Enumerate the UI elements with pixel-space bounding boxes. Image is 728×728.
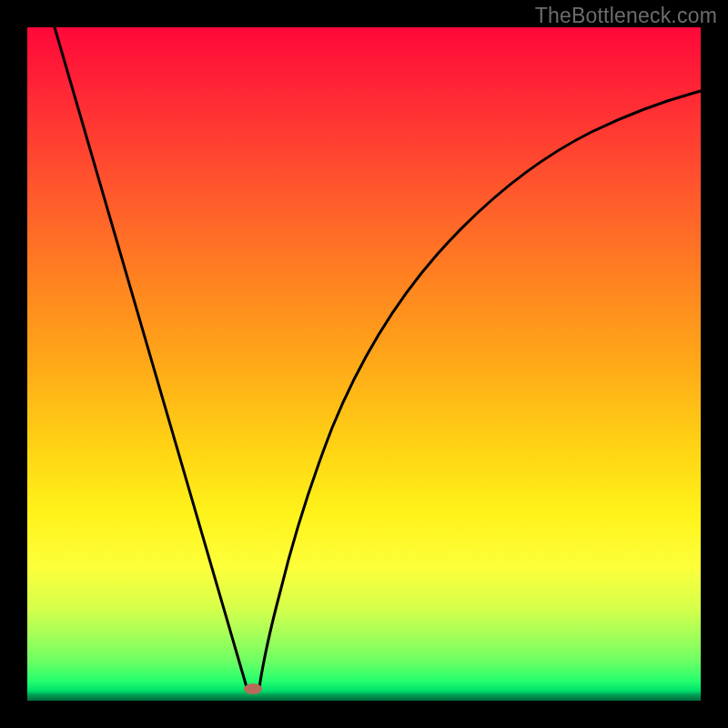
curve-right-branch <box>259 91 701 687</box>
watermark-text: TheBottleneck.com <box>535 4 717 28</box>
minimum-marker <box>244 683 262 694</box>
plot-area <box>27 27 701 701</box>
chart-frame: TheBottleneck.com <box>0 0 728 728</box>
curve-left-branch <box>55 27 247 687</box>
bottleneck-curve <box>27 27 701 701</box>
